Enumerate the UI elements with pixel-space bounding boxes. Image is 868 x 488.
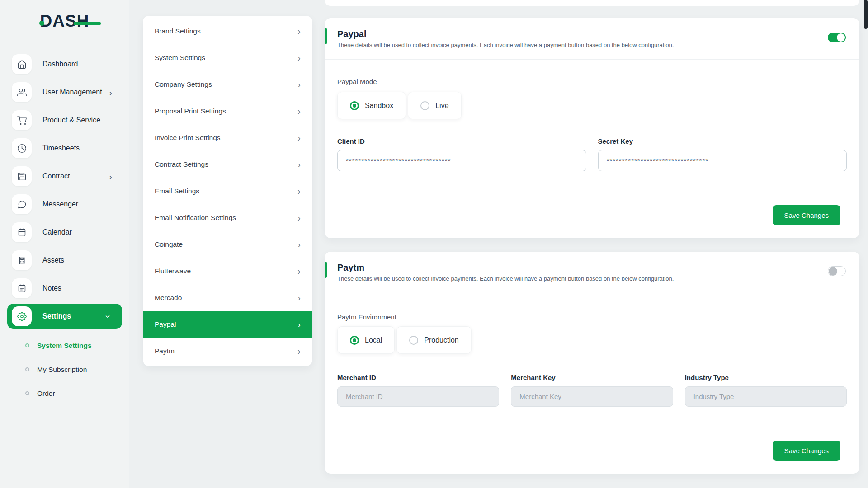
menu-item-email-settings[interactable]: Email Settings › xyxy=(143,178,312,204)
sidebar-item-product-service[interactable]: Product & Service xyxy=(7,108,122,133)
paypal-mode-sandbox-option[interactable]: Sandbox xyxy=(337,92,406,119)
paytm-env-local-option[interactable]: Local xyxy=(337,326,395,354)
main-content: Paypal These details will be used to col… xyxy=(325,0,859,474)
sidebar-item-contract[interactable]: Contract › xyxy=(7,164,122,189)
sidebar-subitem-order[interactable]: Order xyxy=(7,381,122,405)
chevron-right-icon: › xyxy=(109,88,112,97)
industry-type-label: Industry Type xyxy=(685,374,847,381)
radio-bullet-icon xyxy=(25,343,29,347)
paytm-card-header: Paytm These details will be used to coll… xyxy=(325,252,859,293)
chevron-right-icon: › xyxy=(297,213,301,222)
paypal-card-body: Paypal Mode Sandbox Live Client ID Secre… xyxy=(325,60,859,197)
paytm-env-production-option[interactable]: Production xyxy=(396,326,472,354)
chevron-down-icon: › xyxy=(104,315,113,318)
radio-selected-icon xyxy=(350,101,359,110)
paytm-enabled-toggle[interactable] xyxy=(828,266,846,276)
radio-option-label: Local xyxy=(365,336,382,344)
sidebar-item-assets[interactable]: Assets xyxy=(7,248,122,273)
paytm-environment-options: Local Production xyxy=(337,326,847,354)
sidebar-item-label: Calendar xyxy=(42,228,72,236)
paypal-mode-options: Sandbox Live xyxy=(337,92,847,119)
menu-item-invoice-print-settings[interactable]: Invoice Print Settings › xyxy=(143,124,312,151)
industry-type-field-group: Industry Type xyxy=(685,374,847,407)
paypal-save-button[interactable]: Save Changes xyxy=(773,205,840,225)
industry-type-input[interactable] xyxy=(685,386,847,407)
menu-item-contract-settings[interactable]: Contract Settings › xyxy=(143,151,312,178)
chat-icon xyxy=(12,194,32,214)
menu-item-label: Email Notification Settings xyxy=(155,214,236,222)
chevron-right-icon: › xyxy=(297,160,301,169)
menu-item-label: Paypal xyxy=(155,320,176,328)
toggle-knob xyxy=(829,267,837,276)
logo-bar-icon xyxy=(74,22,101,25)
paytm-settings-card: Paytm These details will be used to coll… xyxy=(325,252,859,474)
primary-sidebar: DASH Dashboard User Management › Product… xyxy=(0,0,129,488)
merchant-key-field-group: Merchant Key xyxy=(511,374,673,407)
menu-item-label: Coingate xyxy=(155,240,183,249)
radio-unselected-icon xyxy=(409,336,418,345)
sidebar-item-label: Notes xyxy=(42,284,61,292)
paypal-enabled-toggle[interactable] xyxy=(828,33,846,42)
previous-card-edge xyxy=(325,0,859,6)
sidebar-item-dashboard[interactable]: Dashboard xyxy=(7,52,122,77)
menu-item-label: Email Settings xyxy=(155,187,199,195)
menu-item-company-settings[interactable]: Company Settings › xyxy=(143,71,312,98)
menu-item-system-settings[interactable]: System Settings › xyxy=(143,44,312,71)
menu-item-coingate[interactable]: Coingate › xyxy=(143,231,312,258)
toggle-knob xyxy=(837,33,845,42)
logo-dot-icon xyxy=(39,21,44,26)
menu-item-proposal-print-settings[interactable]: Proposal Print Settings › xyxy=(143,98,312,124)
paypal-card-title: Paypal xyxy=(337,29,847,39)
sidebar-item-messenger[interactable]: Messenger xyxy=(7,192,122,217)
app-logo[interactable]: DASH xyxy=(40,12,90,38)
sub-item-label: System Settings xyxy=(37,342,92,350)
merchant-id-input[interactable] xyxy=(337,386,499,407)
page-scrollbar-thumb[interactable] xyxy=(864,0,868,29)
chevron-right-icon: › xyxy=(297,240,301,249)
menu-item-flutterwave[interactable]: Flutterwave › xyxy=(143,258,312,284)
paytm-card-footer: Save Changes xyxy=(325,432,859,474)
radio-option-label: Production xyxy=(424,336,459,344)
paypal-mode-live-option[interactable]: Live xyxy=(408,92,461,119)
sub-item-label: Order xyxy=(37,389,55,398)
green-accent-bar xyxy=(325,28,327,44)
radio-bullet-icon xyxy=(25,391,29,395)
sidebar-item-label: Product & Service xyxy=(42,116,100,124)
paytm-save-button[interactable]: Save Changes xyxy=(773,441,840,461)
sidebar-subitem-my-subscription[interactable]: My Subscription xyxy=(7,357,122,381)
calculator-icon xyxy=(12,250,32,270)
sidebar-item-notes[interactable]: Notes xyxy=(7,276,122,301)
menu-item-mercado[interactable]: Mercado › xyxy=(143,284,312,311)
clock-icon xyxy=(12,138,32,158)
sidebar-item-label: Assets xyxy=(42,256,64,264)
sidebar-item-user-management[interactable]: User Management › xyxy=(7,80,122,105)
settings-sub-nav: System Settings My Subscription Order xyxy=(7,333,122,405)
radio-bullet-icon xyxy=(25,367,29,371)
sidebar-item-calendar[interactable]: Calendar xyxy=(7,220,122,245)
menu-item-brand-settings[interactable]: Brand Settings › xyxy=(143,18,312,44)
sidebar-item-timesheets[interactable]: Timesheets xyxy=(7,136,122,161)
chevron-right-icon: › xyxy=(297,133,301,142)
paypal-card-description: These details will be used to collect in… xyxy=(337,42,847,48)
client-id-label: Client ID xyxy=(337,137,586,145)
paypal-mode-label: Paypal Mode xyxy=(337,78,847,85)
menu-item-label: Company Settings xyxy=(155,80,212,89)
client-id-input[interactable] xyxy=(337,150,586,171)
menu-item-paytm[interactable]: Paytm › xyxy=(143,338,312,364)
menu-item-label: Flutterwave xyxy=(155,267,191,275)
chevron-right-icon: › xyxy=(109,172,112,181)
chevron-right-icon: › xyxy=(297,53,301,62)
sidebar-item-label: Timesheets xyxy=(42,144,80,152)
logo-text: DASH xyxy=(40,12,90,30)
chevron-right-icon: › xyxy=(297,80,301,89)
menu-item-email-notification-settings[interactable]: Email Notification Settings › xyxy=(143,204,312,231)
sidebar-subitem-system-settings[interactable]: System Settings xyxy=(7,333,122,357)
paytm-card-body: Paytm Environment Local Production Merch… xyxy=(325,293,859,432)
merchant-key-input[interactable] xyxy=(511,386,673,407)
sidebar-item-label: Settings xyxy=(42,312,71,320)
sidebar-item-settings[interactable]: Settings › xyxy=(7,304,122,329)
paypal-card-footer: Save Changes xyxy=(325,197,859,238)
sub-item-label: My Subscription xyxy=(37,366,87,374)
secret-key-input[interactable] xyxy=(598,150,847,171)
menu-item-paypal[interactable]: Paypal › xyxy=(143,311,312,338)
